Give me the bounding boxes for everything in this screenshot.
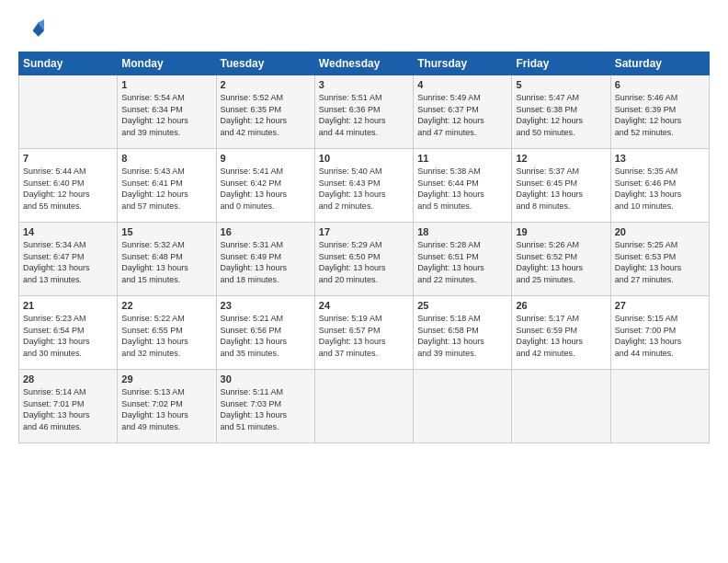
calendar-cell: 14Sunrise: 5:34 AM Sunset: 6:47 PM Dayli…	[19, 223, 118, 296]
calendar-cell: 1Sunrise: 5:54 AM Sunset: 6:34 PM Daylig…	[118, 75, 216, 149]
day-number: 25	[417, 300, 507, 311]
cell-info: Sunrise: 5:38 AM Sunset: 6:44 PM Dayligh…	[417, 166, 507, 212]
day-number: 23	[221, 300, 311, 311]
day-number: 3	[319, 79, 409, 90]
header-day: Monday	[118, 52, 216, 75]
day-number: 11	[417, 153, 507, 164]
header-day: Saturday	[610, 52, 709, 75]
calendar-header: SundayMondayTuesdayWednesdayThursdayFrid…	[19, 52, 710, 75]
calendar-cell: 28Sunrise: 5:14 AM Sunset: 7:01 PM Dayli…	[19, 370, 118, 443]
cell-info: Sunrise: 5:17 AM Sunset: 6:59 PM Dayligh…	[516, 313, 606, 359]
calendar-cell: 9Sunrise: 5:41 AM Sunset: 6:42 PM Daylig…	[216, 149, 314, 223]
header-day: Wednesday	[314, 52, 413, 75]
cell-info: Sunrise: 5:35 AM Sunset: 6:46 PM Dayligh…	[615, 166, 705, 212]
cell-info: Sunrise: 5:29 AM Sunset: 6:50 PM Dayligh…	[319, 239, 409, 285]
cell-info: Sunrise: 5:43 AM Sunset: 6:41 PM Dayligh…	[121, 166, 211, 212]
calendar-cell: 24Sunrise: 5:19 AM Sunset: 6:57 PM Dayli…	[314, 296, 413, 370]
calendar-cell	[610, 370, 709, 443]
week-row: 14Sunrise: 5:34 AM Sunset: 6:47 PM Dayli…	[19, 223, 710, 296]
day-number: 14	[23, 226, 113, 237]
calendar-body: 1Sunrise: 5:54 AM Sunset: 6:34 PM Daylig…	[19, 75, 710, 443]
header	[18, 17, 710, 42]
day-number: 20	[615, 226, 705, 237]
cell-info: Sunrise: 5:26 AM Sunset: 6:52 PM Dayligh…	[516, 239, 606, 285]
calendar-cell: 11Sunrise: 5:38 AM Sunset: 6:44 PM Dayli…	[414, 149, 512, 223]
header-row: SundayMondayTuesdayWednesdayThursdayFrid…	[19, 52, 710, 75]
day-number: 17	[319, 226, 409, 237]
cell-info: Sunrise: 5:49 AM Sunset: 6:37 PM Dayligh…	[417, 92, 507, 138]
cell-info: Sunrise: 5:11 AM Sunset: 7:03 PM Dayligh…	[221, 386, 311, 432]
cell-info: Sunrise: 5:51 AM Sunset: 6:36 PM Dayligh…	[319, 92, 409, 138]
calendar-cell	[19, 75, 118, 149]
day-number: 1	[121, 79, 211, 90]
cell-info: Sunrise: 5:23 AM Sunset: 6:54 PM Dayligh…	[23, 313, 113, 359]
calendar-cell: 17Sunrise: 5:29 AM Sunset: 6:50 PM Dayli…	[314, 223, 413, 296]
day-number: 7	[23, 153, 113, 164]
day-number: 28	[23, 373, 113, 385]
cell-info: Sunrise: 5:34 AM Sunset: 6:47 PM Dayligh…	[23, 239, 113, 285]
cell-info: Sunrise: 5:32 AM Sunset: 6:48 PM Dayligh…	[121, 239, 211, 285]
day-number: 4	[417, 79, 507, 90]
cell-info: Sunrise: 5:40 AM Sunset: 6:43 PM Dayligh…	[319, 166, 409, 212]
day-number: 29	[121, 373, 211, 385]
calendar-cell: 8Sunrise: 5:43 AM Sunset: 6:41 PM Daylig…	[118, 149, 216, 223]
cell-info: Sunrise: 5:52 AM Sunset: 6:35 PM Dayligh…	[221, 92, 311, 138]
cell-info: Sunrise: 5:47 AM Sunset: 6:38 PM Dayligh…	[516, 92, 606, 138]
week-row: 1Sunrise: 5:54 AM Sunset: 6:34 PM Daylig…	[19, 75, 710, 149]
header-day: Friday	[512, 52, 610, 75]
calendar-cell: 27Sunrise: 5:15 AM Sunset: 7:00 PM Dayli…	[610, 296, 709, 370]
calendar-cell: 6Sunrise: 5:46 AM Sunset: 6:39 PM Daylig…	[610, 75, 709, 149]
cell-info: Sunrise: 5:21 AM Sunset: 6:56 PM Dayligh…	[221, 313, 311, 359]
day-number: 5	[516, 79, 606, 90]
calendar-cell: 10Sunrise: 5:40 AM Sunset: 6:43 PM Dayli…	[314, 149, 413, 223]
cell-info: Sunrise: 5:44 AM Sunset: 6:40 PM Dayligh…	[23, 166, 113, 212]
day-number: 6	[615, 79, 705, 90]
calendar-cell	[512, 370, 610, 443]
logo-icon	[18, 17, 44, 42]
calendar-cell: 19Sunrise: 5:26 AM Sunset: 6:52 PM Dayli…	[512, 223, 610, 296]
day-number: 9	[221, 153, 311, 164]
cell-info: Sunrise: 5:28 AM Sunset: 6:51 PM Dayligh…	[417, 239, 507, 285]
calendar-cell: 22Sunrise: 5:22 AM Sunset: 6:55 PM Dayli…	[118, 296, 216, 370]
week-row: 21Sunrise: 5:23 AM Sunset: 6:54 PM Dayli…	[19, 296, 710, 370]
day-number: 8	[121, 153, 211, 164]
calendar-cell: 20Sunrise: 5:25 AM Sunset: 6:53 PM Dayli…	[610, 223, 709, 296]
cell-info: Sunrise: 5:14 AM Sunset: 7:01 PM Dayligh…	[23, 386, 113, 432]
cell-info: Sunrise: 5:15 AM Sunset: 7:00 PM Dayligh…	[615, 313, 705, 359]
calendar-cell: 16Sunrise: 5:31 AM Sunset: 6:49 PM Dayli…	[216, 223, 314, 296]
week-row: 7Sunrise: 5:44 AM Sunset: 6:40 PM Daylig…	[19, 149, 710, 223]
day-number: 27	[615, 300, 705, 311]
day-number: 13	[615, 153, 705, 164]
header-day: Sunday	[19, 52, 118, 75]
calendar-cell: 21Sunrise: 5:23 AM Sunset: 6:54 PM Dayli…	[19, 296, 118, 370]
cell-info: Sunrise: 5:13 AM Sunset: 7:02 PM Dayligh…	[121, 386, 211, 432]
calendar-cell: 18Sunrise: 5:28 AM Sunset: 6:51 PM Dayli…	[414, 223, 512, 296]
calendar-cell: 5Sunrise: 5:47 AM Sunset: 6:38 PM Daylig…	[512, 75, 610, 149]
cell-info: Sunrise: 5:37 AM Sunset: 6:45 PM Dayligh…	[516, 166, 606, 212]
day-number: 16	[221, 226, 311, 237]
calendar-cell: 12Sunrise: 5:37 AM Sunset: 6:45 PM Dayli…	[512, 149, 610, 223]
day-number: 12	[516, 153, 606, 164]
cell-info: Sunrise: 5:31 AM Sunset: 6:49 PM Dayligh…	[221, 239, 311, 285]
calendar-cell: 25Sunrise: 5:18 AM Sunset: 6:58 PM Dayli…	[414, 296, 512, 370]
header-day: Tuesday	[216, 52, 314, 75]
week-row: 28Sunrise: 5:14 AM Sunset: 7:01 PM Dayli…	[19, 370, 710, 443]
calendar-table: SundayMondayTuesdayWednesdayThursdayFrid…	[18, 52, 710, 443]
calendar-cell: 4Sunrise: 5:49 AM Sunset: 6:37 PM Daylig…	[414, 75, 512, 149]
cell-info: Sunrise: 5:19 AM Sunset: 6:57 PM Dayligh…	[319, 313, 409, 359]
cell-info: Sunrise: 5:22 AM Sunset: 6:55 PM Dayligh…	[121, 313, 211, 359]
day-number: 19	[516, 226, 606, 237]
calendar-cell: 30Sunrise: 5:11 AM Sunset: 7:03 PM Dayli…	[216, 370, 314, 443]
day-number: 2	[221, 79, 311, 90]
day-number: 24	[319, 300, 409, 311]
cell-info: Sunrise: 5:54 AM Sunset: 6:34 PM Dayligh…	[121, 92, 211, 138]
calendar-cell: 23Sunrise: 5:21 AM Sunset: 6:56 PM Dayli…	[216, 296, 314, 370]
calendar-cell: 13Sunrise: 5:35 AM Sunset: 6:46 PM Dayli…	[610, 149, 709, 223]
calendar-cell	[414, 370, 512, 443]
cell-info: Sunrise: 5:46 AM Sunset: 6:39 PM Dayligh…	[615, 92, 705, 138]
day-number: 21	[23, 300, 113, 311]
day-number: 18	[417, 226, 507, 237]
cell-info: Sunrise: 5:41 AM Sunset: 6:42 PM Dayligh…	[221, 166, 311, 212]
day-number: 26	[516, 300, 606, 311]
page: SundayMondayTuesdayWednesdayThursdayFrid…	[0, 0, 728, 453]
